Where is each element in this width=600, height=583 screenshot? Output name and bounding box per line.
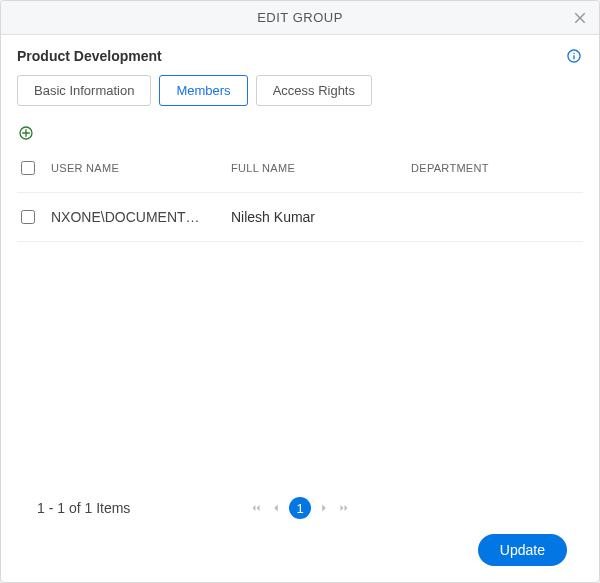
pager: 1 - 1 of 1 Items 1 bbox=[17, 500, 583, 534]
dialog-body: Product Development Basic Information Me… bbox=[1, 35, 599, 582]
edit-group-dialog: EDIT GROUP Product Development Basic Inf… bbox=[0, 0, 600, 583]
table-header: USER NAME FULL NAME DEPARTMENT bbox=[17, 154, 583, 193]
tab-basic-information[interactable]: Basic Information bbox=[17, 75, 151, 106]
tab-access-rights[interactable]: Access Rights bbox=[256, 75, 372, 106]
select-all-checkbox[interactable] bbox=[21, 161, 35, 175]
tabs: Basic Information Members Access Rights bbox=[17, 75, 583, 106]
cell-username: NXONE\DOCUMENT… bbox=[51, 209, 231, 225]
cell-fullname: Nilesh Kumar bbox=[231, 209, 411, 225]
header-department: DEPARTMENT bbox=[411, 162, 583, 174]
first-page-icon[interactable] bbox=[249, 501, 263, 515]
page-controls: 1 bbox=[249, 497, 351, 519]
update-button[interactable]: Update bbox=[478, 534, 567, 566]
group-header: Product Development bbox=[17, 47, 583, 65]
prev-page-icon[interactable] bbox=[269, 501, 283, 515]
header-username: USER NAME bbox=[51, 162, 231, 174]
next-page-icon[interactable] bbox=[317, 501, 331, 515]
page-number[interactable]: 1 bbox=[289, 497, 311, 519]
dialog-title: EDIT GROUP bbox=[257, 10, 343, 25]
close-icon[interactable] bbox=[569, 7, 591, 29]
info-icon[interactable] bbox=[565, 47, 583, 65]
group-name: Product Development bbox=[17, 48, 162, 64]
spacer bbox=[17, 242, 583, 500]
members-table: USER NAME FULL NAME DEPARTMENT NXONE\DOC… bbox=[17, 154, 583, 242]
header-fullname: FULL NAME bbox=[231, 162, 411, 174]
tab-members[interactable]: Members bbox=[159, 75, 247, 106]
page-status: 1 - 1 of 1 Items bbox=[37, 500, 130, 516]
add-member-icon[interactable] bbox=[17, 124, 35, 142]
dialog-header: EDIT GROUP bbox=[1, 1, 599, 35]
last-page-icon[interactable] bbox=[337, 501, 351, 515]
dialog-footer: Update bbox=[17, 534, 583, 582]
table-row[interactable]: NXONE\DOCUMENT… Nilesh Kumar bbox=[17, 193, 583, 242]
row-checkbox[interactable] bbox=[21, 210, 35, 224]
